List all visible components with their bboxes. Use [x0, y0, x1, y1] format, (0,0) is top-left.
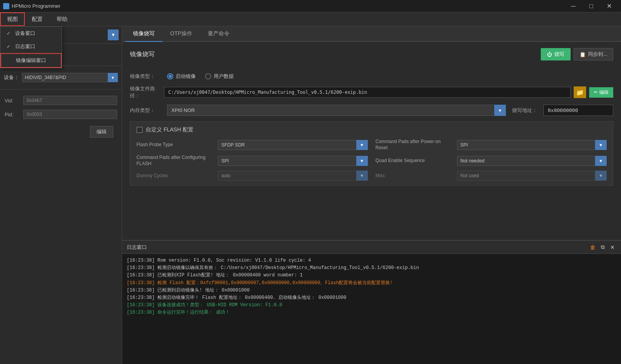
- burn-addr-label: 烧写地址：: [512, 107, 537, 114]
- cmd-pads-reset-label: Command Pads after Power-on Reset: [376, 139, 453, 151]
- quad-enable-select[interactable]: Not needed Set SR1 bit6 Set SR2 bit1: [457, 156, 607, 166]
- title-bar: HPMicro Programmer ─ □ ✕: [0, 0, 621, 12]
- log-controls: 🗑 ⧉ ✕: [588, 243, 616, 251]
- log-clear-button[interactable]: 🗑: [588, 243, 597, 251]
- device-row: 设备： HID\VID_34B7&PID ▼: [0, 70, 122, 85]
- file-browse-button[interactable]: 📁: [574, 86, 586, 98]
- menu-item-help[interactable]: 帮助: [50, 12, 74, 26]
- dropdown-item-image-editor[interactable]: 镜像编辑窗口: [0, 53, 62, 68]
- sync-icon: 📋: [580, 52, 586, 57]
- main-content: 镜像烧写 OTP操作 量产命令 镜像烧写 ⏻ 烧写 📋: [122, 26, 621, 240]
- boot-image-radio[interactable]: 启动镜像: [167, 73, 196, 80]
- log-line: [16:23:38] 命令运行完毕！运行结果： 成功！: [127, 309, 616, 316]
- cmd-pads-reset-select[interactable]: SPI DUAL QUAD: [457, 140, 607, 150]
- device-select[interactable]: HID\VID_34B7&PID: [22, 73, 118, 82]
- log-line: [16:23:38] 检测启动镜像以确保其有效： C:/Users/xj0047…: [127, 264, 616, 272]
- dummy-cycles-item: Dummy Cycles auto ▼: [136, 171, 368, 181]
- device-label: 设备：: [4, 74, 19, 81]
- view-dropdown-menu: ✓ 设备窗口 ✓ 日志窗口 镜像编辑窗口: [0, 26, 62, 68]
- image-type-row: 镜像类型： 启动镜像 用户数据: [130, 73, 613, 80]
- quad-enable-wrapper: Not needed Set SR1 bit6 Set SR2 bit1 ▼: [457, 156, 607, 166]
- user-data-label: 用户数据: [214, 73, 234, 80]
- flash-config-grid: Flash Probe Type SFDP SDR SFDP DDR 1 Pad…: [136, 139, 607, 181]
- check-device-window: ✓: [7, 31, 12, 36]
- tab-image-burn[interactable]: 镜像烧写: [125, 26, 162, 42]
- quad-enable-label: Quad Enable Sequence: [376, 158, 453, 164]
- memory-select-wrapper: XPI0 NOR XPI0 NAND XPI1 NOR SD eMMC ▼: [167, 105, 506, 116]
- log-window: 日志窗口 🗑 ⧉ ✕ [16:23:38] Rom version: F1.0.…: [122, 240, 621, 364]
- flash-config-checkbox[interactable]: [136, 127, 143, 133]
- power-icon: ⏻: [547, 52, 552, 57]
- misc-item: Misc Not used ▼: [376, 171, 607, 181]
- menu-item-config[interactable]: 配置: [25, 12, 50, 26]
- dummy-cycles-wrapper: auto ▼: [218, 171, 368, 181]
- quad-enable-item: Quad Enable Sequence Not needed Set SR1 …: [376, 155, 607, 167]
- pid-label: Pid:: [5, 112, 20, 117]
- title-bar-left: HPMicro Programmer: [3, 3, 60, 9]
- main-layout: ⧉ ✕ ▼ 断开 设备： HID\VID_34B7&PID ▼ Vid: 0x3…: [0, 26, 621, 364]
- vid-row: Vid: 0x34b7: [0, 93, 122, 107]
- log-line: [16:23:38] 已检测到XIP Flash配置! 地址： 0x000004…: [127, 272, 616, 279]
- sidebar-dropdown-arrow[interactable]: ▼: [108, 29, 119, 40]
- log-line: [16:23:38] 已检测到启动镜像头! 地址： 0x00001000: [127, 287, 616, 294]
- edit-file-button[interactable]: ✏ 编辑: [589, 87, 613, 98]
- log-copy-button[interactable]: ⧉: [599, 243, 606, 251]
- user-data-radio[interactable]: 用户数据: [205, 73, 234, 80]
- vid-value: 0x34b7: [23, 96, 117, 105]
- memory-type-label: 内存类型：: [130, 107, 161, 114]
- flash-config-header: 自定义 FLASH 配置: [136, 126, 607, 133]
- log-line: [16:23:38] 设备连接成功！类型： USB-HID ROM Versio…: [127, 302, 616, 309]
- tab-bar: 镜像烧写 OTP操作 量产命令: [122, 26, 621, 42]
- log-window-label: 日志窗口: [15, 43, 35, 50]
- cmd-pads-flash-wrapper: SPI DUAL QUAD ▼: [218, 156, 368, 166]
- log-title: 日志窗口: [127, 244, 147, 251]
- flash-probe-item: Flash Probe Type SFDP SDR SFDP DDR 1 Pad…: [136, 139, 368, 151]
- device-window-label: 设备窗口: [15, 30, 35, 37]
- file-path-row: 镜像文件路径： 📁 ✏ 编辑: [130, 85, 613, 99]
- log-line: [16:23:38] 检测启动镜像完毕！ Flash 配置地址： 0x00000…: [127, 294, 616, 302]
- tab-otp[interactable]: OTP操作: [162, 26, 200, 42]
- misc-label: Misc: [376, 173, 453, 179]
- dropdown-item-device-window[interactable]: ✓ 设备窗口: [0, 27, 62, 40]
- burn-button[interactable]: ⏻ 烧写: [541, 48, 571, 60]
- log-line: [16:23:38] 检测 Flash 配置：0xfcf90001,0x0000…: [127, 279, 616, 287]
- misc-select[interactable]: Not used: [457, 171, 607, 181]
- memory-type-row: 内存类型： XPI0 NOR XPI0 NAND XPI1 NOR SD eMM…: [130, 105, 613, 116]
- boot-image-label: 启动镜像: [176, 73, 196, 80]
- sidebar-edit-button[interactable]: 编辑: [90, 126, 113, 138]
- boot-image-radio-circle: [167, 73, 173, 79]
- dummy-cycles-label: Dummy Cycles: [136, 173, 214, 179]
- flash-probe-select-wrapper: SFDP SDR SFDP DDR 1 Pad SDR ▼: [218, 140, 368, 150]
- log-header: 日志窗口 🗑 ⧉ ✕: [122, 241, 621, 254]
- content-panel: 镜像烧写 ⏻ 烧写 📋 同步到... 镜像类型：: [122, 42, 621, 240]
- file-path-label: 镜像文件路径：: [130, 85, 161, 99]
- image-type-radio-group: 启动镜像 用户数据: [167, 73, 234, 80]
- cmd-pads-flash-select[interactable]: SPI DUAL QUAD: [218, 156, 368, 166]
- edit-icon: ✏: [594, 90, 598, 95]
- main-content-body: 镜像烧写 OTP操作 量产命令 镜像烧写 ⏻ 烧写 📋: [122, 26, 621, 364]
- flash-config-title: 自定义 FLASH 配置: [146, 126, 193, 133]
- flash-probe-select[interactable]: SFDP SDR SFDP DDR 1 Pad SDR: [218, 140, 368, 150]
- menu-item-view[interactable]: 视图: [0, 12, 25, 26]
- log-content: [16:23:38] Rom version: F1.0.0, Soc revi…: [122, 254, 621, 364]
- panel-title: 镜像烧写: [130, 50, 155, 59]
- menu-bar: 视图 配置 帮助 ✓ 设备窗口 ✓ 日志窗口 镜像编辑窗口: [0, 12, 621, 26]
- tab-mass-cmd[interactable]: 量产命令: [200, 26, 237, 42]
- cmd-pads-flash-item: Command Pads after Configuring FLASH SPI…: [136, 155, 368, 167]
- sync-button[interactable]: 📋 同步到...: [574, 48, 613, 60]
- file-path-input[interactable]: [164, 87, 571, 98]
- minimize-button[interactable]: ─: [564, 0, 582, 12]
- close-button[interactable]: ✕: [600, 0, 618, 12]
- log-close-button[interactable]: ✕: [609, 243, 616, 251]
- vid-label: Vid:: [5, 98, 20, 104]
- pid-row: Pid: 0x0003: [0, 107, 122, 121]
- dummy-cycles-select[interactable]: auto: [218, 171, 368, 181]
- dropdown-item-log-window[interactable]: ✓ 日志窗口: [0, 40, 62, 53]
- maximize-button[interactable]: □: [582, 0, 600, 12]
- app-title: HPMicro Programmer: [12, 3, 60, 9]
- memory-type-select[interactable]: XPI0 NOR XPI0 NAND XPI1 NOR SD eMMC: [167, 105, 506, 116]
- cmd-pads-reset-wrapper: SPI DUAL QUAD ▼: [457, 140, 607, 150]
- flash-config-section: 自定义 FLASH 配置 Flash Probe Type SFDP SDR S…: [130, 121, 613, 186]
- burn-addr-input[interactable]: [543, 105, 613, 116]
- misc-wrapper: Not used ▼: [457, 171, 607, 181]
